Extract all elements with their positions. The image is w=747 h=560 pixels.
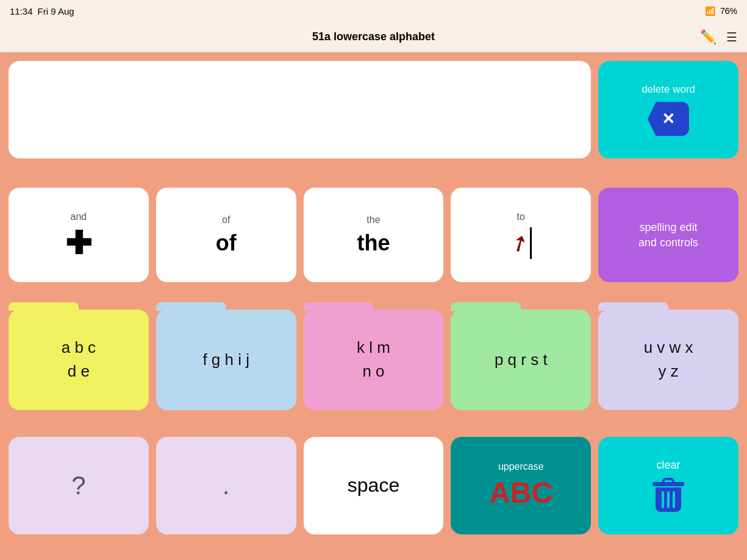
spelling-edit-label: spelling editand controls <box>638 220 698 250</box>
text-input[interactable] <box>9 61 591 158</box>
main-grid: delete word and ✚ of of the the to ➚ spe… <box>0 52 747 560</box>
trash-icon <box>652 478 684 512</box>
to-content: ➚ <box>510 227 532 259</box>
trash-lid <box>652 482 684 486</box>
uppercase-button[interactable]: uppercase ABC <box>451 437 591 534</box>
trash-handle <box>662 478 674 482</box>
clear-button[interactable]: clear <box>598 437 738 534</box>
page-title: 51a lowercase alphabet <box>312 30 435 43</box>
folder-pqrst-letters: p q r s t <box>495 348 548 372</box>
word-the-main: the <box>357 230 390 256</box>
folder-uvwxyz[interactable]: u v w xy z <box>598 310 738 410</box>
header: 51a lowercase alphabet ✏️ ☰ <box>0 22 747 52</box>
word-to-top: to <box>517 211 525 222</box>
word-of-main: of <box>216 230 237 256</box>
word-the-button[interactable]: the the <box>304 188 444 282</box>
question-mark-symbol: ? <box>71 471 85 500</box>
period-symbol: . <box>223 471 230 500</box>
word-of-top: of <box>222 214 230 225</box>
word-and-button[interactable]: and ✚ <box>9 188 149 282</box>
edit-icon[interactable]: ✏️ <box>700 29 717 45</box>
word-to-button[interactable]: to ➚ <box>451 188 591 282</box>
status-bar: 11:34 Fri 9 Aug 📶 76% <box>0 0 747 22</box>
word-and-label: and <box>71 211 87 222</box>
word-of-button[interactable]: of of <box>156 188 296 282</box>
date: Fri 9 Aug <box>38 6 74 16</box>
delete-word-button[interactable]: delete word <box>598 61 738 158</box>
word-the-top: the <box>366 214 380 225</box>
trash-body <box>656 487 681 512</box>
folder-klmno[interactable]: k l mn o <box>304 310 444 410</box>
time: 11:34 <box>10 6 33 16</box>
uppercase-abc: ABC <box>489 476 552 509</box>
text-area-container <box>9 61 591 180</box>
period-button[interactable]: . <box>156 437 296 534</box>
question-mark-button[interactable]: ? <box>9 437 149 534</box>
uppercase-label: uppercase <box>498 461 544 472</box>
folder-fghij[interactable]: f g h i j <box>156 310 296 410</box>
wifi-icon: 📶 <box>705 6 715 16</box>
folder-abcde[interactable]: a b cd e <box>9 310 149 410</box>
menu-icon[interactable]: ☰ <box>726 30 737 44</box>
folder-uvwxyz-letters: u v w xy z <box>644 336 693 383</box>
battery: 76% <box>720 6 737 16</box>
spelling-edit-button[interactable]: spelling editand controls <box>598 188 738 282</box>
folder-abcde-letters: a b cd e <box>62 336 96 383</box>
space-button[interactable]: space <box>304 437 444 534</box>
delete-word-icon <box>648 102 689 136</box>
folder-pqrst[interactable]: p q r s t <box>451 310 591 410</box>
plus-icon: ✚ <box>65 227 92 259</box>
space-label: space <box>348 474 399 497</box>
clear-label: clear <box>657 459 681 472</box>
delete-word-label: delete word <box>642 83 695 96</box>
folder-klmno-letters: k l mn o <box>357 336 390 383</box>
folder-fghij-letters: f g h i j <box>202 348 249 372</box>
